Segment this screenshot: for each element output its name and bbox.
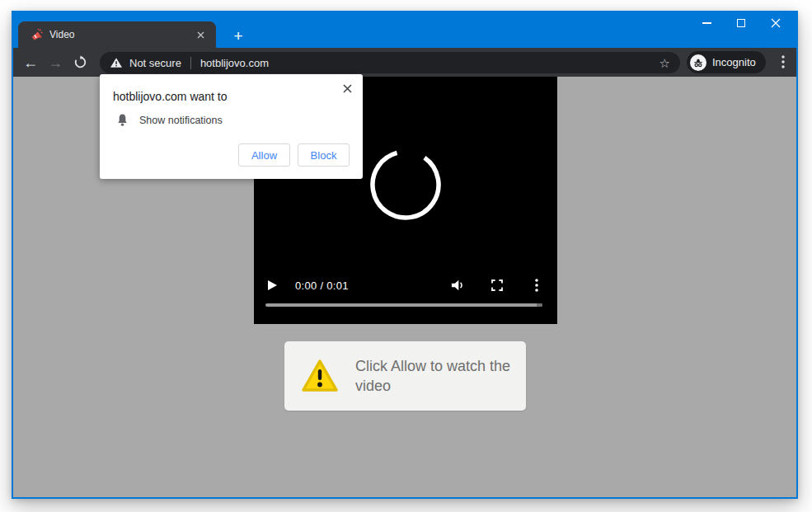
mute-button[interactable]	[448, 277, 467, 294]
notification-permission-dialog: hotblijovo.com want to Show notification…	[100, 74, 363, 179]
three-dots-icon	[535, 279, 538, 292]
dialog-buttons: Allow Block	[238, 143, 350, 167]
fullscreen-button[interactable]	[488, 277, 506, 294]
title-bar: Video +	[12, 11, 798, 48]
browser-toolbar: ← → Not secure hotblijovo.com ☆	[13, 48, 796, 77]
allow-prompt-box: Click Allow to watch the video	[284, 341, 526, 411]
video-progress-bar[interactable]	[265, 303, 542, 307]
permission-request-label: Show notifications	[139, 115, 223, 126]
incognito-badge: Incognito	[687, 51, 766, 73]
reload-icon	[73, 55, 87, 69]
not-secure-warning-icon	[110, 57, 123, 68]
reload-button[interactable]	[68, 51, 92, 74]
window-maximize-button[interactable]	[724, 11, 758, 35]
omnibox-separator	[190, 57, 191, 69]
permission-request-row: Show notifications	[116, 113, 223, 127]
new-tab-button[interactable]: +	[228, 26, 249, 45]
video-time: 0:00 / 0:01	[295, 279, 349, 292]
dialog-title: hotblijovo.com want to	[113, 90, 228, 103]
volume-icon	[450, 279, 465, 292]
window-close-button[interactable]	[758, 11, 793, 35]
forward-arrow-icon: →	[48, 55, 63, 70]
back-arrow-icon: ←	[23, 55, 38, 70]
minimize-icon	[702, 22, 711, 24]
loading-spinner-icon	[366, 145, 445, 224]
address-bar[interactable]: Not secure hotblijovo.com ☆	[100, 52, 680, 73]
play-button-icon[interactable]	[265, 279, 279, 292]
incognito-label: Incognito	[712, 56, 756, 68]
block-button[interactable]: Block	[298, 143, 350, 167]
incognito-icon	[690, 54, 706, 71]
back-button[interactable]: ←	[18, 51, 43, 74]
allow-button[interactable]: Allow	[238, 143, 290, 167]
bookmark-star-icon[interactable]: ☆	[658, 55, 672, 71]
not-secure-label: Not secure	[129, 57, 181, 69]
video-overflow-button[interactable]	[528, 277, 546, 294]
url-text[interactable]: hotblijovo.com	[200, 57, 658, 69]
window-minimize-button[interactable]	[689, 11, 724, 35]
close-icon	[771, 18, 781, 28]
chrome-menu-button[interactable]	[772, 50, 795, 73]
site-favicon-icon	[30, 28, 43, 41]
allow-prompt-text: Click Allow to watch the video	[355, 356, 511, 396]
browser-tab[interactable]: Video	[18, 21, 216, 48]
security-chip[interactable]: Not secure	[110, 57, 181, 69]
bell-icon	[116, 113, 129, 127]
maximize-icon	[737, 19, 745, 27]
tab-title: Video	[49, 29, 193, 40]
fullscreen-icon	[490, 279, 504, 292]
three-dots-icon	[781, 55, 785, 68]
video-controls: 0:00 / 0:01	[254, 273, 557, 298]
forward-button[interactable]: →	[43, 51, 68, 74]
yellow-warning-icon	[301, 359, 339, 393]
browser-window: Video + ← →	[12, 11, 798, 499]
window-controls	[689, 11, 793, 37]
tab-close-icon[interactable]	[193, 27, 208, 42]
plus-icon: +	[233, 28, 242, 44]
dialog-close-icon[interactable]	[340, 81, 354, 96]
